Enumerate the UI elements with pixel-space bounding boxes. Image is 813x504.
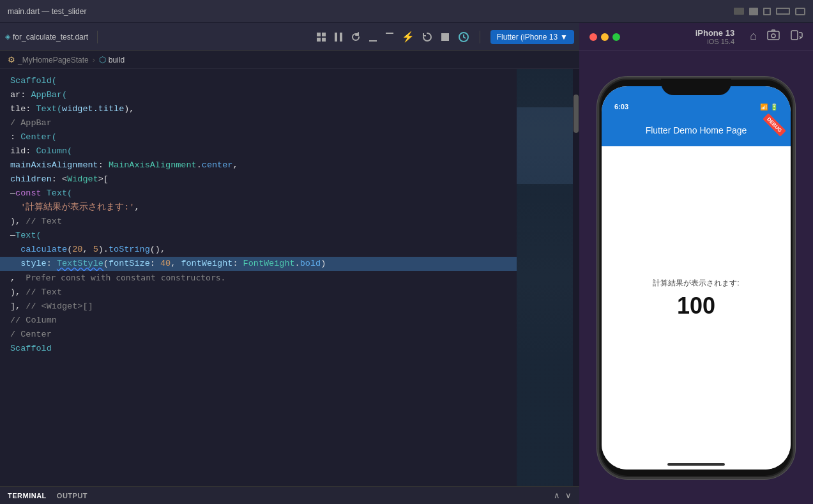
wifi-icon: 📶 bbox=[760, 103, 768, 111]
svg-point-11 bbox=[771, 34, 775, 38]
chevron-down-icon: ▼ bbox=[560, 33, 568, 42]
flutter-device-selector[interactable]: Flutter (iPhone 13 ▼ bbox=[490, 30, 574, 44]
step-into-icon[interactable] bbox=[369, 32, 377, 42]
code-line-1: Scaffold( bbox=[0, 74, 517, 88]
device-panel: iPhone 13 iOS 15.4 ⌂ bbox=[579, 23, 813, 504]
svg-rect-4 bbox=[335, 33, 337, 42]
breadcrumb-state[interactable]: ⚙ _MyHomePageState bbox=[8, 55, 89, 65]
grid-icon[interactable] bbox=[734, 8, 744, 15]
phone-body: 計算結果が表示されます: 100 bbox=[602, 146, 791, 452]
svg-rect-10 bbox=[768, 31, 779, 40]
phone-bottom-bar bbox=[602, 452, 791, 470]
maximize-dot[interactable] bbox=[612, 33, 620, 41]
code-line-9: —const Text( bbox=[0, 187, 517, 201]
method-icon: ⬡ bbox=[99, 55, 106, 65]
editor-toolbar: ◈ for_calculate_test.dart bbox=[0, 23, 579, 51]
file-name: for_calculate_test.dart bbox=[13, 33, 88, 42]
state-icon: ⚙ bbox=[8, 55, 15, 65]
svg-rect-5 bbox=[340, 33, 342, 42]
phone-frame: 6:03 📶 🔋 Flutter Demo Home Page DEBUG bbox=[597, 77, 795, 479]
screenshot-icon[interactable] bbox=[767, 29, 780, 44]
code-line-4: / AppBar bbox=[0, 116, 517, 130]
breadcrumb-method-label: build bbox=[109, 56, 125, 65]
code-area: Scaffold( ar: AppBar( tle: Text(widget.t… bbox=[0, 69, 579, 486]
breadcrumb-separator: › bbox=[93, 56, 95, 65]
fullscreen-icon[interactable] bbox=[795, 8, 805, 15]
code-line-15: , Prefer const with constant constructor… bbox=[0, 271, 517, 286]
code-line-17: ], // <Widget>[] bbox=[0, 300, 517, 314]
code-line-5: : Center( bbox=[0, 130, 517, 144]
flutter-label: Flutter (iPhone 13 bbox=[497, 33, 558, 42]
code-line-16: ), // Text bbox=[0, 286, 517, 300]
breadcrumb-method[interactable]: ⬡ build bbox=[99, 55, 125, 65]
toolbar-separator bbox=[97, 31, 98, 43]
phone-time: 6:03 bbox=[614, 103, 628, 111]
output-tab[interactable]: OUTPUT bbox=[57, 492, 87, 500]
minimap-viewport bbox=[517, 107, 573, 184]
minimize-dot[interactable] bbox=[601, 33, 609, 41]
bottom-right-controls: ∧ ∨ bbox=[554, 491, 572, 500]
phone-value: 100 bbox=[677, 293, 715, 319]
breadcrumb: ⚙ _MyHomePageState › ⬡ build bbox=[0, 51, 579, 69]
pause-icon[interactable] bbox=[749, 8, 758, 15]
phone-status-icons: 📶 🔋 bbox=[760, 103, 778, 111]
home-indicator bbox=[667, 463, 725, 466]
rotate-icon[interactable] bbox=[422, 32, 432, 42]
device-info: iPhone 13 iOS 15.4 bbox=[695, 28, 734, 45]
scroll-down-icon[interactable]: ∨ bbox=[565, 491, 572, 500]
svg-rect-2 bbox=[317, 38, 321, 42]
close-dot[interactable] bbox=[589, 33, 597, 41]
toolbar-sep2 bbox=[480, 31, 480, 43]
code-line-10: '計算結果が表示されます:', bbox=[0, 201, 517, 215]
device-name: iPhone 13 bbox=[695, 28, 734, 38]
code-line-3: tle: Text(widget.title), bbox=[0, 102, 517, 116]
svg-rect-6 bbox=[369, 40, 377, 42]
title-bar-controls bbox=[734, 8, 805, 15]
code-line-18: // Column bbox=[0, 314, 517, 328]
battery-icon: 🔋 bbox=[770, 103, 778, 111]
inspector-icon[interactable] bbox=[458, 31, 469, 43]
terminal-tab[interactable]: TERMINAL bbox=[8, 492, 47, 500]
window-title: main.dart — test_slider bbox=[8, 7, 86, 16]
svg-rect-1 bbox=[322, 33, 326, 36]
device-top-icons: ⌂ bbox=[750, 29, 803, 44]
code-line-2: ar: AppBar( bbox=[0, 88, 517, 102]
device-os: iOS 15.4 bbox=[695, 38, 734, 45]
file-tab[interactable]: ◈ for_calculate_test.dart bbox=[5, 33, 88, 42]
scrollbar-thumb[interactable] bbox=[574, 95, 579, 133]
hot-reload-icon[interactable]: ⚡ bbox=[402, 31, 414, 43]
code-line-11: ), // Text bbox=[0, 215, 517, 229]
phone-notch bbox=[661, 79, 731, 95]
reload-icon[interactable] bbox=[351, 32, 361, 42]
bottom-bar: TERMINAL OUTPUT ∧ ∨ bbox=[0, 486, 579, 504]
pause-icon[interactable] bbox=[334, 32, 343, 42]
phone-screen: 6:03 📶 🔋 Flutter Demo Home Page DEBUG bbox=[602, 86, 791, 470]
dart-file-icon: ◈ bbox=[5, 33, 10, 41]
stop-icon[interactable] bbox=[440, 32, 450, 42]
code-line-14: style: TextStyle(fontSize: 40, fontWeigh… bbox=[0, 257, 517, 271]
step-out-icon[interactable] bbox=[385, 32, 394, 42]
code-line-8: children: <Widget>[ bbox=[0, 172, 517, 187]
svg-rect-7 bbox=[386, 33, 393, 34]
code-line-7: mainAxisAlignment: MainAxisAlignment.cen… bbox=[0, 158, 517, 172]
grid-view-icon[interactable] bbox=[316, 32, 326, 42]
scroll-up-icon[interactable]: ∧ bbox=[554, 491, 560, 500]
svg-rect-0 bbox=[317, 33, 321, 36]
rotate-device-icon[interactable] bbox=[790, 29, 803, 44]
minimap bbox=[517, 69, 573, 486]
code-line-20: Scaffold bbox=[0, 342, 517, 356]
code-editor[interactable]: Scaffold( ar: AppBar( tle: Text(widget.t… bbox=[0, 69, 517, 486]
editor-panel: ◈ for_calculate_test.dart bbox=[0, 23, 579, 504]
editor-scrollbar[interactable] bbox=[573, 69, 579, 486]
code-line-19: / Center bbox=[0, 328, 517, 342]
phone-appbar-title: Flutter Demo Home Page bbox=[646, 125, 747, 135]
home-icon[interactable]: ⌂ bbox=[750, 29, 757, 44]
title-bar: main.dart — test_slider bbox=[0, 0, 813, 23]
layout1-icon[interactable] bbox=[763, 8, 771, 15]
phone-wrapper: 6:03 📶 🔋 Flutter Demo Home Page DEBUG bbox=[584, 51, 808, 504]
main-content: ◈ for_calculate_test.dart bbox=[0, 23, 813, 504]
layout2-icon[interactable] bbox=[776, 8, 790, 15]
svg-rect-12 bbox=[791, 31, 798, 40]
traffic-lights bbox=[589, 33, 620, 41]
breadcrumb-state-label: _MyHomePageState bbox=[18, 56, 89, 65]
